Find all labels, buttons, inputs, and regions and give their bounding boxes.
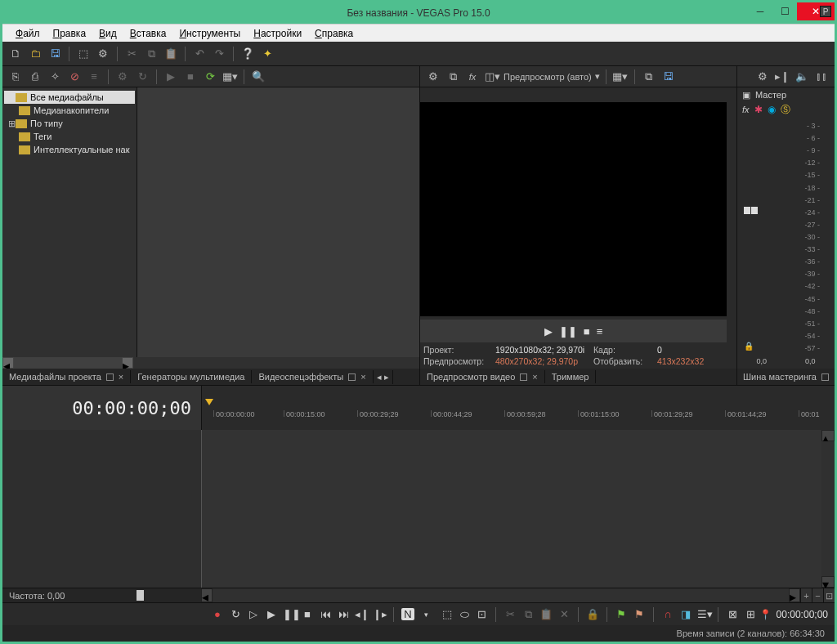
- copy-icon[interactable]: ⧉: [521, 608, 535, 621]
- rate-control[interactable]: Частота: 0,00: [2, 588, 201, 602]
- menu-help[interactable]: Справка: [308, 26, 360, 41]
- tab-trimmer[interactable]: Триммер: [545, 370, 597, 383]
- copy-icon[interactable]: ⧉: [143, 46, 159, 62]
- preview-ext-icon[interactable]: ⧉: [445, 69, 461, 85]
- menu-edit[interactable]: Правка: [47, 26, 93, 41]
- pin-icon[interactable]: 📍: [759, 609, 772, 620]
- marker-in-icon[interactable]: ⚑: [615, 608, 628, 620]
- menu-tools[interactable]: Инструменты: [172, 26, 247, 41]
- tab-video-fx[interactable]: Видеоспецэффекты×: [252, 370, 373, 383]
- paste-icon[interactable]: 📋: [539, 608, 553, 620]
- preview-fx-icon[interactable]: fx: [464, 69, 481, 85]
- go-end-icon[interactable]: ⏭: [337, 608, 350, 620]
- delete-icon[interactable]: ✕: [557, 608, 571, 620]
- prev-frame-icon[interactable]: ◂❙: [355, 608, 368, 620]
- tree-all-media[interactable]: Все медиафайлы: [4, 91, 135, 104]
- preview-menu-icon[interactable]: ≡: [597, 325, 603, 338]
- preview-overlay-icon[interactable]: ▦▾: [612, 69, 629, 85]
- auto-crossfade-icon[interactable]: ⊠: [726, 608, 739, 620]
- timeline-corner-badge[interactable]: P: [820, 6, 831, 17]
- zoom-fit-button[interactable]: ⊡: [823, 588, 835, 603]
- preview-props-icon[interactable]: ⚙: [425, 69, 441, 85]
- zoom-in-button[interactable]: +: [800, 588, 812, 603]
- tree-smart[interactable]: Интеллектуальные нак: [4, 143, 135, 156]
- menu-view[interactable]: Вид: [92, 26, 123, 41]
- tab-video-preview[interactable]: Предпросмотр видео×: [420, 370, 545, 383]
- fader-handle[interactable]: [744, 207, 758, 214]
- selection-tool-icon[interactable]: ⬚: [441, 608, 454, 621]
- timeline-vscroll[interactable]: ▴▾: [821, 430, 835, 588]
- playhead-icon[interactable]: [205, 399, 213, 405]
- tree-tags[interactable]: Теги: [4, 130, 135, 143]
- normal-edit-icon[interactable]: N: [401, 608, 414, 620]
- tree-bytype[interactable]: ⊞По типу: [4, 117, 135, 130]
- tree-storage[interactable]: Медианакопители: [4, 104, 135, 117]
- properties-icon[interactable]: ⚙: [95, 46, 111, 62]
- menu-insert[interactable]: Вставка: [123, 26, 173, 41]
- whatsthis-icon[interactable]: ❔: [239, 46, 256, 62]
- record-icon[interactable]: ●: [211, 608, 224, 620]
- redo-icon[interactable]: ↷: [211, 46, 227, 62]
- preview-stop-icon[interactable]: ■: [584, 325, 590, 338]
- preview-save-icon[interactable]: 🖫: [660, 69, 677, 85]
- envelope-tool-icon[interactable]: ⬭: [458, 608, 471, 621]
- transport-timecode[interactable]: 📍 00:00:00;00: [759, 609, 828, 620]
- quantize-icon[interactable]: ⊞: [744, 608, 757, 620]
- import-icon[interactable]: ⎘: [7, 69, 24, 85]
- tutor-icon[interactable]: ✦: [259, 46, 275, 62]
- menu-settings[interactable]: Настройки: [247, 26, 308, 41]
- stop-icon[interactable]: ■: [301, 608, 314, 620]
- go-start-icon[interactable]: ⏮: [319, 608, 332, 620]
- lock-icon[interactable]: 🔒: [744, 342, 754, 351]
- next-frame-icon[interactable]: ❙▸: [373, 608, 386, 620]
- cut-icon[interactable]: ✂: [123, 46, 140, 62]
- crossfade-icon[interactable]: ☰▾: [697, 608, 710, 620]
- cut-icon[interactable]: ✂: [504, 608, 517, 620]
- media-fx-icon[interactable]: ⚙: [114, 69, 131, 85]
- media-list[interactable]: [137, 87, 419, 357]
- rate-slider[interactable]: [137, 590, 144, 601]
- refresh-icon[interactable]: ↻: [134, 69, 150, 85]
- master-fx-2-icon[interactable]: ◉: [768, 104, 776, 115]
- loop-icon[interactable]: ↻: [229, 608, 242, 620]
- track-headers[interactable]: [2, 430, 201, 588]
- marker-out-icon[interactable]: ⚑: [633, 608, 646, 620]
- getmedia-icon[interactable]: ✧: [47, 69, 63, 85]
- preview-quality-dropdown[interactable]: Предпросмотр (авто)▾: [504, 71, 600, 82]
- tab-mastering-bus[interactable]: Шина мастеринга: [737, 369, 835, 385]
- menu-file[interactable]: Файл: [9, 26, 47, 41]
- pause-icon[interactable]: ❚❚: [283, 608, 296, 620]
- open-icon[interactable]: 🗀: [27, 46, 43, 62]
- lock-icon[interactable]: 🔒: [586, 608, 599, 620]
- maximize-button[interactable]: ☐: [772, 2, 797, 20]
- props-icon[interactable]: ≡: [86, 69, 102, 85]
- preview-copy-icon[interactable]: ⧉: [641, 69, 657, 85]
- undo-icon[interactable]: ↶: [191, 46, 208, 62]
- paste-icon[interactable]: 📋: [163, 46, 179, 62]
- tab-overflow[interactable]: ◂ ▸: [374, 370, 393, 384]
- minimize-button[interactable]: ─: [748, 2, 772, 20]
- master-mute-icon[interactable]: 🔈: [794, 69, 810, 85]
- search-icon[interactable]: 🔍: [250, 69, 266, 85]
- snap-icon[interactable]: ∩: [661, 608, 674, 620]
- save-icon[interactable]: 🖫: [47, 46, 63, 62]
- render-icon[interactable]: ⬚: [75, 46, 92, 62]
- new-icon[interactable]: 🗋: [7, 46, 24, 62]
- master-fx-3-icon[interactable]: Ⓢ: [781, 103, 790, 117]
- timecode-display[interactable]: 00:00:00;00: [2, 386, 201, 430]
- timeline-tracks[interactable]: [201, 430, 821, 588]
- play-icon[interactable]: ▶: [265, 608, 278, 620]
- autoripple-icon[interactable]: ◨: [679, 608, 692, 620]
- master-fx-1-icon[interactable]: ✱: [754, 104, 763, 115]
- zoom-out-button[interactable]: −: [812, 588, 823, 603]
- views-icon[interactable]: ▦▾: [222, 69, 238, 85]
- timeline-hscroll[interactable]: ◂▸: [201, 588, 800, 602]
- fx-icon[interactable]: fx: [742, 105, 750, 114]
- preview-pause-icon[interactable]: ❚❚: [559, 325, 577, 338]
- stop-icon[interactable]: ■: [182, 69, 199, 85]
- tab-project-media[interactable]: Медиафайлы проекта×: [2, 370, 131, 383]
- tab-media-generators[interactable]: Генераторы мультимедиа: [131, 370, 252, 383]
- preview-play-icon[interactable]: ▶: [544, 325, 553, 338]
- play-icon[interactable]: ▶: [163, 69, 179, 85]
- timeline-ruler[interactable]: 00:00:00:0000:00:15:0000:00:29;2900:00:4…: [201, 386, 835, 430]
